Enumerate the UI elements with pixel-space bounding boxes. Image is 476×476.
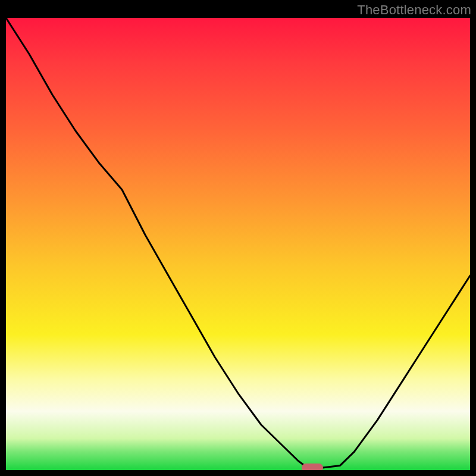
optimal-marker	[302, 464, 323, 470]
chart-frame: TheBottleneck.com	[0, 0, 476, 476]
plot-area	[6, 18, 470, 470]
gradient-background	[6, 18, 470, 470]
source-credit: TheBottleneck.com	[357, 2, 471, 18]
